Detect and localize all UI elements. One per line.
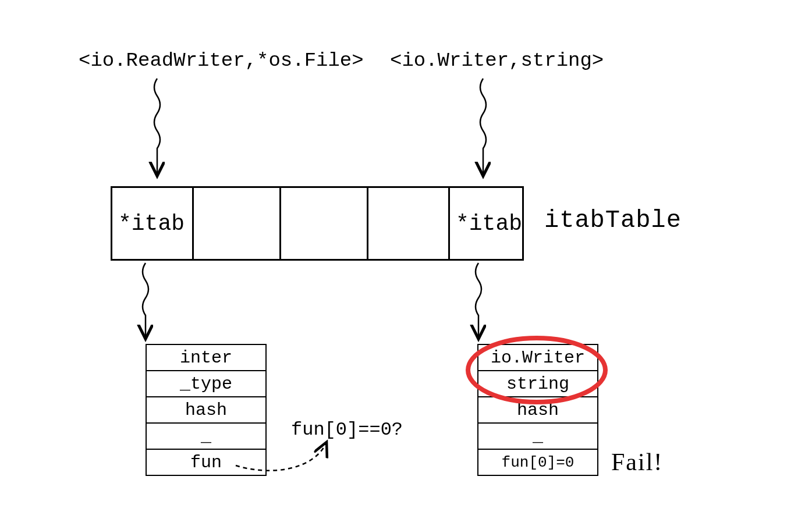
left-struct-row-1: _type [147, 371, 265, 397]
diagram-overlay [0, 0, 812, 526]
right-struct-row-0: io.Writer [478, 345, 597, 371]
fail-label: Fail! [611, 448, 663, 476]
right-struct-row-2: hash [478, 397, 597, 424]
left-struct-row-3: _ [147, 424, 265, 450]
itab-table-cell-1 [194, 188, 281, 259]
top-label-right: <io.Writer,string> [390, 49, 604, 72]
right-struct-row-1: string [478, 371, 597, 397]
left-struct-row-0: inter [147, 345, 265, 371]
itab-table-cell-3 [368, 188, 450, 259]
left-struct-row-2: hash [147, 397, 265, 424]
itab-table: *itab *itab [111, 186, 524, 261]
arrow-top-left [154, 79, 160, 175]
right-struct: io.Writer string hash _ fun[0]=0 [477, 344, 598, 476]
arrow-bottom-right [476, 263, 481, 337]
left-struct: inter _type hash _ fun [146, 344, 267, 476]
itab-table-cell-2 [281, 188, 368, 259]
top-label-left: <io.ReadWriter,*os.File> [79, 49, 364, 72]
left-struct-row-4: fun [147, 450, 265, 476]
arrow-top-right [480, 79, 486, 175]
fun-question-label: fun[0]==0? [291, 419, 403, 440]
arrow-bottom-left [143, 263, 148, 337]
right-struct-row-3: _ [478, 424, 597, 450]
itab-table-cell-4: *itab [450, 188, 522, 259]
itab-table-title: itabTable [544, 207, 682, 234]
itab-table-cell-0: *itab [112, 188, 194, 259]
right-struct-row-4: fun[0]=0 [478, 450, 597, 476]
